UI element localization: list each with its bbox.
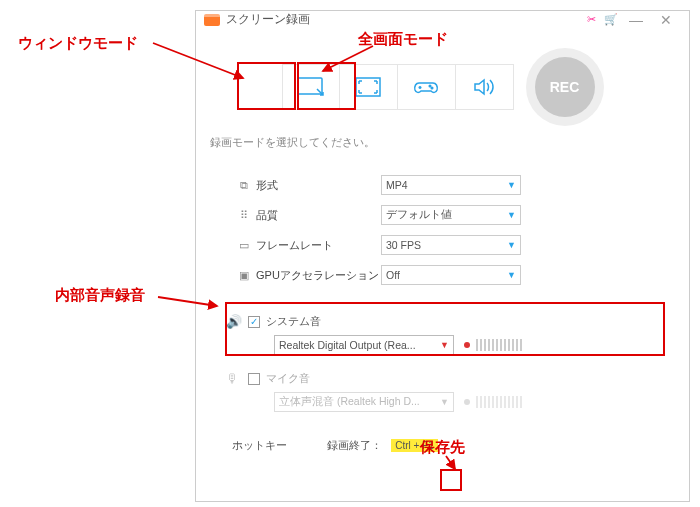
chevron-down-icon: ▼	[507, 180, 516, 190]
mic-audio-label: マイク音	[266, 371, 310, 386]
mode-hint: 録画モードを選択してください。	[210, 136, 689, 150]
window-mode-icon	[296, 75, 326, 99]
app-icon	[204, 14, 220, 26]
chevron-down-icon: ▼	[507, 270, 516, 280]
mode-audio[interactable]	[456, 64, 514, 110]
chevron-down-icon: ▼	[507, 240, 516, 250]
minimize-button[interactable]: —	[621, 12, 651, 28]
gpu-icon: ▣	[232, 269, 256, 282]
annotation-save-dest: 保存先	[420, 438, 465, 457]
fullscreen-mode-icon	[353, 75, 383, 99]
hotkey-label: ホットキー	[232, 438, 287, 453]
annotation-window-mode: ウィンドウモード	[18, 34, 138, 53]
cart-icon[interactable]: 🛒	[601, 13, 621, 26]
system-audio-label: システム音	[266, 314, 321, 329]
format-icon: ⧉	[232, 179, 256, 192]
fps-label: フレームレート	[256, 238, 381, 253]
system-audio-device-select[interactable]: Realtek Digital Output (Rea...▼	[274, 335, 454, 355]
app-title: スクリーン録画	[226, 11, 310, 28]
speaker-icon	[469, 75, 499, 99]
chevron-down-icon: ▼	[507, 210, 516, 220]
annotation-internal-audio: 内部音声録音	[55, 286, 145, 305]
hotkey-end-label: 録画終了：	[327, 439, 382, 451]
gpu-select[interactable]: Off▼	[381, 265, 521, 285]
speaker-icon: 🔊	[226, 314, 248, 329]
svg-point-3	[431, 87, 433, 89]
gpu-label: GPUアクセラレーション	[256, 268, 381, 283]
rec-button[interactable]: REC	[535, 57, 595, 117]
svg-rect-0	[298, 78, 322, 94]
settings-panel: ⧉ 形式 MP4▼ ⠿ 品質 デフォルト値▼ ▭ フレームレート 30 FPS▼…	[196, 170, 689, 290]
svg-point-2	[429, 85, 431, 87]
mic-audio-device-select: 立体声混音 (Realtek High D...▼	[274, 392, 454, 412]
mic-audio-checkbox[interactable]: ✓	[248, 373, 260, 385]
fps-select[interactable]: 30 FPS▼	[381, 235, 521, 255]
mic-audio-level	[464, 396, 522, 408]
fps-icon: ▭	[232, 239, 256, 252]
mode-fullscreen[interactable]	[340, 64, 398, 110]
quality-label: 品質	[256, 208, 381, 223]
system-audio-checkbox[interactable]: ✓	[248, 316, 260, 328]
chevron-down-icon: ▼	[440, 340, 449, 350]
format-label: 形式	[256, 178, 381, 193]
mode-game[interactable]	[398, 64, 456, 110]
mode-window[interactable]	[282, 64, 340, 110]
annotation-full-mode: 全画面モード	[358, 30, 448, 49]
titlebar: スクリーン録画 ✂ 🛒 — ✕	[196, 11, 689, 28]
quality-icon: ⠿	[232, 209, 256, 222]
quality-select[interactable]: デフォルト値▼	[381, 205, 521, 225]
app-window: スクリーン録画 ✂ 🛒 — ✕ REC 録画モードを選択してください。 ⧉ 形式…	[195, 10, 690, 502]
mode-bar: REC	[196, 48, 689, 126]
rec-wrap: REC	[526, 48, 604, 126]
audio-panel: 🔊 ✓ システム音 Realtek Digital Output (Rea...…	[196, 314, 689, 412]
gamepad-icon	[411, 75, 441, 99]
chevron-down-icon: ▼	[440, 397, 449, 407]
scissors-icon[interactable]: ✂	[581, 13, 601, 26]
close-button[interactable]: ✕	[651, 12, 681, 28]
format-select[interactable]: MP4▼	[381, 175, 521, 195]
system-audio-level	[464, 339, 522, 351]
mic-icon: 🎙	[226, 371, 248, 386]
